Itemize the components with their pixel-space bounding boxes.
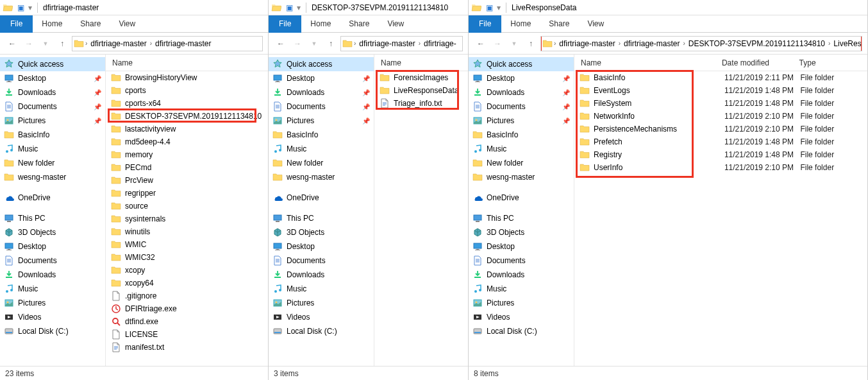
sidebar-onedrive[interactable]: OneDrive (269, 191, 374, 205)
file-row[interactable]: PrcView (106, 174, 268, 187)
file-row[interactable]: Registry 11/21/2019 1:48 PM File folder (574, 148, 867, 161)
file-row[interactable]: PECmd (106, 161, 268, 174)
file-row[interactable]: regripper (106, 187, 268, 200)
sidebar-quick-access[interactable]: Quick access (0, 57, 105, 71)
up-button[interactable]: ↑ (524, 37, 538, 51)
sidebar-downloads2[interactable]: Downloads (269, 268, 374, 282)
sidebar-pictures[interactable]: Pictures📌 (0, 114, 105, 128)
file-row[interactable]: WMIC32 (106, 251, 268, 264)
file-row[interactable]: PersistenceMechanisms 11/21/2019 2:10 PM… (574, 123, 867, 135)
forward-button[interactable]: → (290, 37, 305, 51)
sidebar-wesng[interactable]: wesng-master (0, 170, 105, 184)
back-button[interactable]: ← (474, 37, 488, 51)
breadcrumb-segment[interactable]: dfirtriage-master (557, 39, 617, 48)
sidebar-3d[interactable]: 3D Objects (269, 225, 374, 239)
column-date[interactable]: Date modified (722, 58, 799, 67)
sidebar-localdisk[interactable]: Local Disk (C:) (269, 324, 374, 338)
tab-file[interactable]: File (469, 15, 501, 33)
sidebar-music2[interactable]: Music (269, 282, 374, 296)
sidebar-documents[interactable]: Documents📌 (0, 99, 105, 114)
file-list[interactable]: Name ForensicImages LiveResponseData Tri… (374, 55, 468, 366)
file-row[interactable]: ForensicImages (374, 71, 468, 84)
save-icon[interactable]: ▣ (284, 3, 294, 13)
sidebar-pictures2[interactable]: Pictures (269, 296, 374, 310)
sidebar-videos[interactable]: Videos (469, 310, 574, 324)
tab-share[interactable]: Share (340, 15, 378, 33)
sidebar-quick-access[interactable]: Quick access (269, 57, 374, 71)
file-row[interactable]: NetworkInfo 11/21/2019 2:10 PM File fold… (574, 110, 867, 123)
sidebar-basicinfo[interactable]: BasicInfo (0, 128, 105, 142)
file-row[interactable]: manifest.txt (106, 341, 268, 354)
tab-view[interactable]: View (578, 15, 613, 33)
sidebar-onedrive[interactable]: OneDrive (0, 191, 105, 205)
sidebar-downloads[interactable]: Downloads📌 (269, 85, 374, 99)
tab-share[interactable]: Share (71, 15, 110, 33)
file-row[interactable]: lastactivityview (106, 123, 268, 135)
sidebar-pictures2[interactable]: Pictures (0, 296, 105, 310)
file-row[interactable]: source (106, 200, 268, 212)
sidebar-desktop[interactable]: Desktop📌 (0, 71, 105, 85)
sidebar-pictures2[interactable]: Pictures (469, 296, 574, 310)
titlebar[interactable]: ▣ ▾ dfirtriage-master (0, 0, 268, 15)
breadcrumb-segment[interactable]: LiveResp (831, 39, 862, 48)
sidebar-desktop[interactable]: Desktop📌 (469, 71, 574, 85)
file-row[interactable]: WMIC (106, 238, 268, 251)
file-row[interactable]: EventLogs 11/21/2019 1:48 PM File folder (574, 84, 867, 97)
file-row[interactable]: Prefetch 11/21/2019 1:48 PM File folder (574, 135, 867, 148)
tab-file[interactable]: File (0, 15, 33, 33)
sidebar-documents[interactable]: Documents📌 (469, 99, 574, 114)
file-row[interactable]: winutils (106, 225, 268, 238)
file-row[interactable]: memory (106, 148, 268, 161)
column-name[interactable]: Name (106, 58, 268, 67)
save-icon[interactable]: ▣ (15, 3, 26, 13)
sidebar-desktop2[interactable]: Desktop (469, 239, 574, 254)
sidebar-newfolder[interactable]: New folder (269, 156, 374, 170)
sidebar-localdisk[interactable]: Local Disk (C:) (469, 324, 574, 338)
save-icon[interactable]: ▣ (484, 3, 494, 13)
up-button[interactable]: ↑ (55, 37, 69, 51)
tab-file[interactable]: File (269, 15, 301, 33)
titlebar[interactable]: ▣ ▾ LiveResponseData (469, 0, 867, 15)
tab-home[interactable]: Home (301, 15, 340, 33)
sidebar-desktop[interactable]: Desktop📌 (269, 71, 374, 85)
sidebar-desktop2[interactable]: Desktop (0, 239, 105, 254)
file-row[interactable]: Triage_info.txt (374, 97, 468, 110)
file-row[interactable]: UserInfo 11/21/2019 2:10 PM File folder (574, 161, 867, 174)
file-row[interactable]: DFIRtriage.exe (106, 302, 268, 315)
sidebar-music2[interactable]: Music (469, 282, 574, 296)
sidebar-newfolder[interactable]: New folder (0, 156, 105, 170)
back-button[interactable]: ← (274, 37, 288, 51)
file-row[interactable]: BrowsingHistoryView (106, 71, 268, 84)
sidebar-documents2[interactable]: Documents (0, 254, 105, 268)
file-row[interactable]: FileSystem 11/21/2019 1:48 PM File folde… (574, 97, 867, 110)
tab-home[interactable]: Home (501, 15, 540, 33)
history-dropdown[interactable]: ▼ (38, 37, 53, 51)
breadcrumb[interactable]: › dfirtriage-master›dfirtriage-master (72, 36, 263, 51)
titlebar[interactable]: ▣ ▾ DESKTOP-37SEVPM.20191121134810 (269, 0, 468, 15)
sidebar-quick-access[interactable]: Quick access (469, 57, 574, 71)
sidebar-newfolder[interactable]: New folder (469, 156, 574, 170)
tab-share[interactable]: Share (540, 15, 578, 33)
sidebar-downloads[interactable]: Downloads📌 (0, 85, 105, 99)
sidebar-documents2[interactable]: Documents (269, 254, 374, 268)
tab-view[interactable]: View (110, 15, 144, 33)
breadcrumb-segment[interactable]: dfirtriage-master (622, 39, 681, 48)
file-row[interactable]: LICENSE (106, 328, 268, 341)
file-row[interactable]: xcopy (106, 264, 268, 277)
sidebar-basicinfo[interactable]: BasicInfo (469, 128, 574, 142)
sidebar-wesng[interactable]: wesng-master (469, 170, 574, 184)
file-row[interactable]: .gitignore (106, 289, 268, 302)
sidebar-downloads2[interactable]: Downloads (0, 268, 105, 282)
file-row[interactable]: cports (106, 84, 268, 97)
sidebar-pictures[interactable]: Pictures📌 (469, 114, 574, 128)
forward-button[interactable]: → (22, 37, 36, 51)
file-row[interactable]: BasicInfo 11/21/2019 2:11 PM File folder (574, 71, 867, 84)
sidebar-thispc[interactable]: This PC (269, 211, 374, 225)
file-list[interactable]: NameDate modifiedType BasicInfo 11/21/20… (574, 55, 867, 366)
sidebar-thispc[interactable]: This PC (0, 211, 105, 225)
sidebar-wesng[interactable]: wesng-master (269, 170, 374, 184)
file-row[interactable]: dtfind.exe (106, 315, 268, 328)
sidebar-music2[interactable]: Music (0, 282, 105, 296)
breadcrumb[interactable]: › dfirtriage-master›dfirtriage- (340, 36, 463, 51)
sidebar-thispc[interactable]: This PC (469, 211, 574, 225)
